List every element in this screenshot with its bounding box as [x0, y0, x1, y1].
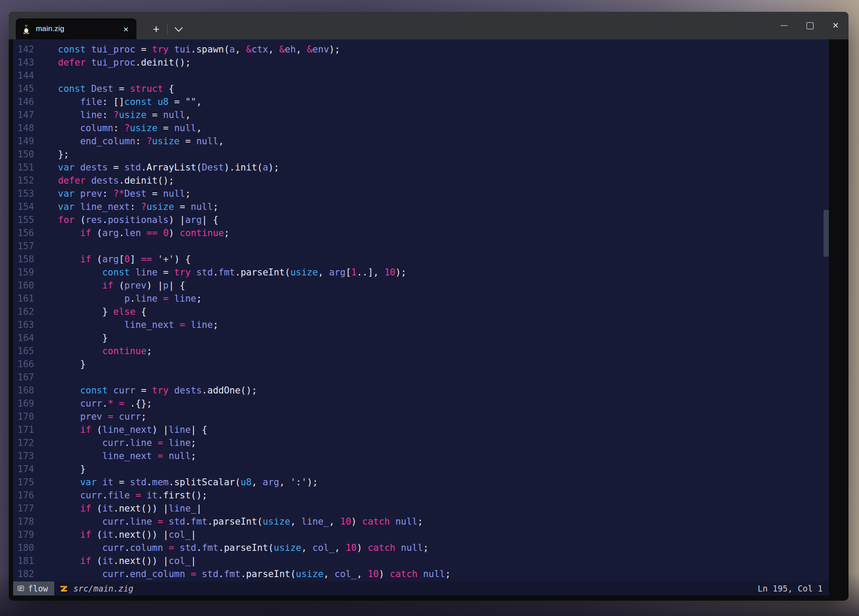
line-number: 164 [13, 331, 34, 345]
flow-app-badge[interactable]: flow [13, 581, 54, 595]
line-number: 168 [13, 384, 34, 397]
code-text: var dests = std.ArrayList(Dest).init(a); [36, 161, 279, 174]
terminal-window: main.zig × + × 142 const tui_proc = try … [9, 12, 849, 601]
code-line: 157 [13, 240, 829, 253]
code-text: if (arg[0] == '+') { [36, 253, 191, 266]
line-number: 181 [13, 554, 34, 567]
code-text: const line = try std.fmt.parseInt(usize,… [36, 266, 406, 279]
line-number: 172 [13, 436, 34, 449]
code-text: const curr = try dests.addOne(); [36, 384, 257, 397]
line-number: 175 [13, 476, 34, 489]
code-text: } [36, 463, 86, 476]
file-path: src/main.zig [73, 584, 133, 593]
code-text: p.line = line; [36, 292, 202, 305]
line-number: 171 [13, 423, 34, 436]
code-line: 179 if (it.next()) |col_| [13, 528, 829, 541]
cursor-position: Ln 195, Col 1 [758, 584, 823, 593]
code-text: curr.line = line; [36, 436, 196, 449]
tab-title: main.zig [36, 24, 122, 33]
line-number: 166 [13, 358, 34, 371]
code-line: 178 curr.line = std.fmt.parseInt(usize, … [13, 515, 829, 528]
code-text: if (it.next()) |col_| [36, 528, 196, 541]
line-number: 143 [13, 56, 34, 69]
code-line: 161 p.line = line; [13, 292, 829, 305]
code-text: end_column: ?usize = null, [36, 135, 224, 148]
close-button[interactable]: × [823, 12, 849, 39]
code-text: line_next = null; [36, 449, 196, 463]
line-number: 162 [13, 305, 34, 318]
code-line: 175 var it = std.mem.splitScalar(u8, arg… [13, 476, 829, 489]
code-text: if (line_next) |line| { [36, 423, 207, 436]
scrollbar-thumb[interactable] [824, 210, 829, 257]
code-line: 172 curr.line = line; [13, 436, 829, 449]
line-number: 149 [13, 135, 34, 148]
code-line: 145 const Dest = struct { [13, 82, 829, 95]
code-line: 162 } else { [13, 305, 829, 318]
line-number: 160 [13, 279, 34, 292]
code-editor[interactable]: 142 const tui_proc = try tui.spawn(a, &c… [13, 39, 829, 581]
tab-dropdown-button[interactable] [171, 21, 186, 37]
code-text: column: ?usize = null, [36, 122, 202, 135]
code-line: 164 } [13, 331, 829, 345]
code-text: if (it.next()) |col_| [36, 554, 196, 567]
line-number: 165 [13, 345, 34, 358]
code-line: 151 var dests = std.ArrayList(Dest).init… [13, 161, 829, 174]
code-line: 170 prev = curr; [13, 410, 829, 423]
line-number: 156 [13, 226, 34, 240]
code-text: curr.column = std.fmt.parseInt(usize, co… [36, 541, 429, 554]
code-text: } [36, 331, 108, 345]
line-number: 158 [13, 253, 34, 266]
code-text: line: ?usize = null, [36, 108, 191, 122]
line-number: 173 [13, 449, 34, 463]
chevron-down-icon [175, 24, 182, 31]
window-controls: × [771, 12, 849, 39]
code-text: } [36, 358, 86, 371]
code-line: 152 defer dests.deinit(); [13, 174, 829, 187]
code-text: for (res.positionals) |arg| { [36, 213, 218, 226]
code-line: 156 if (arg.len == 0) continue; [13, 226, 829, 240]
maximize-button[interactable] [797, 12, 823, 39]
tab-main-zig[interactable]: main.zig × [16, 18, 136, 39]
line-number: 145 [13, 82, 34, 95]
line-number: 153 [13, 187, 34, 200]
line-number: 178 [13, 515, 34, 528]
code-text: defer tui_proc.deinit(); [36, 56, 191, 69]
minimize-icon [781, 25, 788, 26]
line-number: 152 [13, 174, 34, 187]
code-line: 176 curr.file = it.first(); [13, 489, 829, 502]
title-bar[interactable]: main.zig × + × [9, 12, 849, 39]
code-line: 169 curr.* = .{}; [13, 397, 829, 410]
code-line: 182 curr.end_column = std.fmt.parseInt(u… [13, 567, 829, 581]
new-tab-button[interactable]: + [147, 21, 165, 37]
status-bar: flow src/main.zig Ln 195, Col 1 [13, 581, 829, 595]
code-line: 148 column: ?usize = null, [13, 122, 829, 135]
line-number: 169 [13, 397, 34, 410]
code-line: 181 if (it.next()) |col_| [13, 554, 829, 567]
code-text: prev = curr; [36, 410, 147, 423]
line-number: 179 [13, 528, 34, 541]
code-text: curr.line = std.fmt.parseInt(usize, line… [36, 515, 423, 528]
minimize-button[interactable] [771, 12, 797, 39]
code-line: 155 for (res.positionals) |arg| { [13, 213, 829, 226]
code-text: if (prev) |p| { [36, 279, 185, 292]
code-line: 180 curr.column = std.fmt.parseInt(usize… [13, 541, 829, 554]
line-number: 163 [13, 318, 34, 331]
line-number: 174 [13, 463, 34, 476]
line-number: 142 [13, 43, 34, 56]
flow-app-name: flow [28, 584, 48, 593]
tab-close-icon[interactable]: × [122, 24, 130, 34]
line-number: 159 [13, 266, 34, 279]
code-text: if (arg.len == 0) continue; [36, 226, 230, 240]
line-number: 182 [13, 567, 34, 581]
line-number: 147 [13, 108, 34, 122]
line-number: 180 [13, 541, 34, 554]
tux-icon [22, 24, 31, 34]
code-line: 177 if (it.next()) |line_| [13, 502, 829, 515]
code-text: curr.end_column = std.fmt.parseInt(usize… [36, 567, 450, 581]
line-number: 161 [13, 292, 34, 305]
code-area[interactable]: 142 const tui_proc = try tui.spawn(a, &c… [13, 43, 829, 581]
code-line: 163 line_next = line; [13, 318, 829, 331]
code-text: defer dests.deinit(); [36, 174, 174, 187]
code-line: 150 }; [13, 148, 829, 161]
code-line: 147 line: ?usize = null, [13, 108, 829, 122]
